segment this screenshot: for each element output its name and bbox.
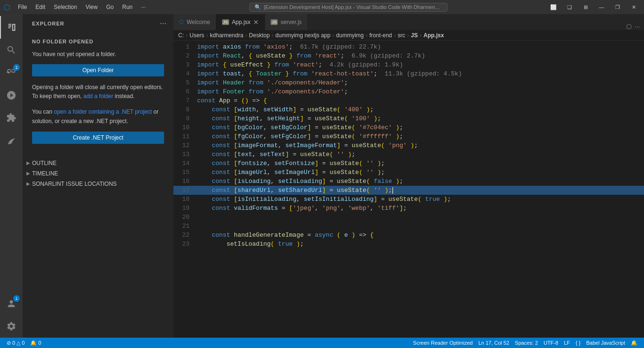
timeline-label: TIMELINE [32,170,58,177]
layout-btn2[interactable]: ❑ [563,2,576,12]
tab-bar: ⬡ Welcome JS App.jsx ✕ JS server.js ⬡ ··… [173,14,644,31]
activity-accounts[interactable]: 1 [0,292,23,315]
code-line-7: 7 const App = () => { [173,96,644,105]
layout-btn3[interactable]: ⊞ [579,2,592,12]
status-eol[interactable]: LF [561,340,573,346]
dotnet-hint-text: You can open a folder containing a .NET … [32,108,164,125]
status-notifications[interactable]: 🔔 0 [27,340,44,346]
menu-run[interactable]: Run [118,3,136,11]
sidebar: Explorer ··· No Folder Opened You have n… [23,14,173,338]
code-line-20: 20 [173,213,644,222]
source-control-badge: 1 [13,64,20,71]
editor-area: ⬡ Welcome JS App.jsx ✕ JS server.js ⬡ ··… [173,14,644,338]
serverjs-tab-icon: JS [271,19,278,25]
breadcrumb-src[interactable]: src [398,32,405,39]
code-line-19: 19 const validFormats = ['jpeg', 'png', … [173,204,644,213]
status-encoding[interactable]: UTF-8 [541,340,561,346]
code-editor[interactable]: 1 import axios from 'axios'; 61.7k (gzip… [173,41,644,338]
outline-label: OUTLINE [32,160,57,166]
code-line-2: 2 import React, { useState } from 'react… [173,51,644,60]
menu-view[interactable]: View [82,3,101,11]
no-folder-text: You have not yet opened a folder. [32,50,164,58]
sidebar-header: Explorer ··· [23,14,173,31]
bell-right-icon: 🔔 [631,340,637,346]
tab-appjsx[interactable]: JS App.jsx ✕ [216,14,265,30]
breadcrumb-frontend[interactable]: front-end [370,32,392,39]
activity-leaf[interactable] [0,129,23,152]
breadcrumb-dummyimg[interactable]: dummyimg nextjs app [275,32,330,39]
menu-selection[interactable]: Selection [50,3,81,11]
code-line-13: 13 const [text, setText] = useState( '' … [173,150,644,159]
status-language[interactable]: Babel JavaScript [583,340,628,346]
sidebar-outline[interactable]: ▶ OUTLINE [23,158,173,168]
breadcrumb-c[interactable]: C: [178,32,184,39]
breadcrumb: C: › Users › kdharmendra › Desktop › dum… [173,31,644,41]
code-line-17: 17 const [sharedUrl, setSharedUrl] = use… [173,186,644,195]
add-folder-link[interactable]: add a folder [83,93,113,99]
open-dotnet-folder-link[interactable]: open a folder containing a .NET project [54,108,152,115]
code-line-18: 18 const [isInitialLoading, setIsInitial… [173,195,644,204]
create-dotnet-button[interactable]: Create .NET Project [32,132,164,144]
warning-icon: △ [17,340,20,346]
no-folder-section: No Folder Opened You have not yet opened… [23,31,173,158]
sidebar-timeline[interactable]: ▶ TIMELINE [23,168,173,179]
code-line-14: 14 const [fontsize, setFontsize] = useSt… [173,159,644,168]
status-screen-reader[interactable]: Screen Reader Optimized [410,340,476,346]
maximize-btn[interactable]: ❐ [611,2,624,12]
sidebar-title: Explorer [32,21,65,26]
code-line-21: 21 [173,222,644,231]
code-line-1: 1 import axios from 'axios'; 61.7k (gzip… [173,42,644,51]
status-spaces[interactable]: Spaces: 2 [512,340,541,346]
more-tabs-btn[interactable]: ··· [635,23,640,30]
bell-icon: 🔔 [30,340,37,346]
folder-hint-text: Opening a folder will close all currentl… [32,83,164,101]
minimize-btn[interactable]: — [595,2,608,12]
tab-welcome[interactable]: ⬡ Welcome [173,14,216,30]
breadcrumb-kdharmendra[interactable]: kdharmendra [210,32,243,39]
split-editor-btn[interactable]: ⬡ [626,23,632,30]
open-folder-button[interactable]: Open Folder [32,64,164,76]
code-line-8: 8 const [width, setWidth] = useState( '4… [173,105,644,114]
activity-extensions[interactable] [0,107,23,129]
status-bar: ⊘ 0 △ 0 🔔 0 Screen Reader Optimized Ln 1… [0,338,644,348]
code-line-5: 5 import Header from './components/Heade… [173,78,644,87]
code-line-15: 15 const [imageUrl, setImageUrl] = useSt… [173,168,644,177]
activity-run-debug[interactable] [0,84,23,107]
title-search-bar[interactable]: 🔍 [Extension Development Host] App.jsx -… [249,3,447,12]
sonarlint-label: SONARLINT ISSUE LOCATIONS [32,181,117,187]
code-line-12: 12 const [imageFormat, setImageFormat] =… [173,141,644,150]
menu-edit[interactable]: Edit [32,3,49,11]
status-left: ⊘ 0 △ 0 🔔 0 [4,340,44,346]
activity-explorer[interactable] [0,16,23,39]
breadcrumb-desktop[interactable]: Desktop [249,32,270,39]
breadcrumb-users[interactable]: Users [190,32,204,39]
status-prettier[interactable]: { } [573,340,583,346]
main-container: 1 1 Explorer ··· No Folder Opened You h [0,14,644,338]
breadcrumb-dummyimg2[interactable]: dummyimg [336,32,364,39]
breadcrumb-js[interactable]: JS [411,32,418,39]
vscode-logo-icon: ⬡ [4,3,10,12]
status-bell-right[interactable]: 🔔 [628,340,640,346]
menu-go[interactable]: Go [102,3,117,11]
layout-btn[interactable]: ⬜ [547,2,560,12]
welcome-tab-icon: ⬡ [179,19,184,25]
menu-more[interactable]: ··· [137,3,149,11]
close-btn[interactable]: ✕ [627,2,640,12]
search-icon: 🔍 [255,4,261,10]
appjsx-tab-close[interactable]: ✕ [253,18,259,26]
activity-source-control[interactable]: 1 [0,61,23,84]
menu-file[interactable]: File [14,3,31,11]
activity-settings[interactable] [0,315,23,338]
status-line-col[interactable]: Ln 17, Col 52 [476,340,512,346]
title-bar-center: 🔍 [Extension Development Host] App.jsx -… [149,3,547,12]
status-errors[interactable]: ⊘ 0 △ 0 [4,340,27,346]
breadcrumb-appjsx[interactable]: App.jsx [423,32,444,39]
serverjs-tab-label: server.js [281,19,302,25]
new-file-icon[interactable]: ··· [159,19,168,28]
activity-search[interactable] [0,39,23,61]
menu-bar: File Edit Selection View Go Run ··· [14,3,149,11]
sidebar-sonarlint[interactable]: ▶ SONARLINT ISSUE LOCATIONS [23,179,173,189]
tab-serverjs[interactable]: JS server.js [265,14,308,30]
outline-arrow-icon: ▶ [26,160,30,166]
tab-actions: ⬡ ··· [622,23,644,30]
